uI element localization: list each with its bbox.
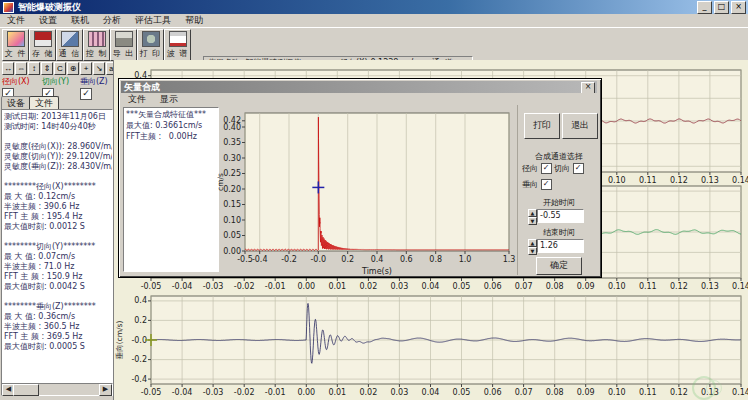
v-compress-icon[interactable]: ⇕ bbox=[41, 62, 53, 75]
spectrum-icon bbox=[169, 31, 187, 47]
svg-text:0.10: 0.10 bbox=[608, 388, 626, 397]
toolbar: 文 件 存 储 通 信 控 制 导 出 打 印 波 谱 仪器名称: 智能爆破测振… bbox=[0, 27, 748, 61]
v-expand-icon[interactable]: ↕ bbox=[28, 62, 40, 75]
dialog-title-bar[interactable]: 矢量合成 × bbox=[121, 81, 597, 93]
svg-text:0.8: 0.8 bbox=[429, 255, 442, 264]
svg-text:0.15: 0.15 bbox=[223, 200, 241, 209]
svg-text:0.01: 0.01 bbox=[328, 388, 346, 397]
svg-text:-0.2: -0.2 bbox=[281, 255, 297, 264]
menu-online[interactable]: 联机 bbox=[64, 14, 96, 27]
svg-text:0.06: 0.06 bbox=[484, 282, 502, 290]
move-icon[interactable]: + bbox=[80, 62, 92, 75]
communication-icon bbox=[61, 31, 79, 47]
svg-text:-0.03: -0.03 bbox=[203, 388, 224, 397]
dialog-menu-display[interactable]: 显示 bbox=[153, 93, 185, 106]
svg-text:1.3: 1.3 bbox=[503, 255, 516, 264]
svg-text:-0.05: -0.05 bbox=[141, 282, 162, 290]
svg-text:-0.5: -0.5 bbox=[237, 255, 253, 264]
dialog-control-panel: 打印 退出 合成通道选择 径向 ✓ 切向 ✓ 垂向 ✓ 开始时间 ▲▼ -0.5… bbox=[517, 105, 600, 275]
close-button[interactable]: × bbox=[731, 1, 746, 14]
svg-text:-0.01: -0.01 bbox=[265, 282, 286, 290]
tab-file[interactable]: 文件 bbox=[29, 96, 59, 110]
maximize-button[interactable]: □ bbox=[714, 1, 729, 14]
end-time-spinner[interactable]: ▲▼ 1.26 bbox=[528, 239, 584, 253]
svg-text:-0.04: -0.04 bbox=[172, 282, 193, 290]
svg-text:0.03: 0.03 bbox=[390, 282, 408, 290]
h-expand-icon[interactable]: ↔ bbox=[2, 62, 14, 75]
svg-text:0.30: 0.30 bbox=[223, 154, 241, 163]
vertical-waveform-chart[interactable]: -0.05-0.04-0.03-0.02-0.010.000.010.020.0… bbox=[114, 290, 748, 400]
svg-text:0.11: 0.11 bbox=[639, 388, 657, 397]
title-bar: 智能爆破测振仪 _ □ × bbox=[0, 0, 748, 14]
svg-text:0.00: 0.00 bbox=[297, 282, 315, 290]
zoom-icon[interactable]: ⊕ bbox=[67, 62, 79, 75]
ok-button[interactable]: 确定 bbox=[536, 257, 582, 275]
svg-text:0.14: 0.14 bbox=[732, 388, 748, 397]
vector-vertical-toggle: 垂向 ✓ bbox=[518, 179, 604, 190]
svg-text:0.12: 0.12 bbox=[670, 282, 688, 290]
export-icon bbox=[115, 31, 133, 47]
svg-text:0.05: 0.05 bbox=[223, 231, 241, 240]
menu-eval-tools[interactable]: 评估工具 bbox=[128, 14, 178, 27]
svg-text:0.20: 0.20 bbox=[223, 185, 241, 194]
save-toolbar-button[interactable]: 存 储 bbox=[29, 29, 56, 61]
svg-text:0.4: 0.4 bbox=[134, 296, 147, 305]
svg-text:0.09: 0.09 bbox=[577, 388, 595, 397]
end-time-value[interactable]: 1.26 bbox=[537, 239, 584, 253]
menu-analysis[interactable]: 分析 bbox=[96, 14, 128, 27]
svg-text:0.4: 0.4 bbox=[371, 255, 384, 264]
menu-help[interactable]: 帮助 bbox=[178, 14, 210, 27]
menu-settings[interactable]: 设置 bbox=[32, 14, 64, 27]
svg-text:-0.02: -0.02 bbox=[234, 388, 255, 397]
svg-text:0.02: 0.02 bbox=[359, 388, 377, 397]
svg-text:0.35: 0.35 bbox=[223, 138, 241, 147]
svg-text:0.2: 0.2 bbox=[134, 316, 147, 325]
vector-feature-values: ***矢量合成特征值*** 最大值: 0.3661cm/s FFT主频 : 0.… bbox=[123, 107, 219, 272]
svg-text:cm/s: cm/s bbox=[216, 173, 225, 191]
control-toolbar-button[interactable]: 控 制 bbox=[83, 29, 110, 61]
start-time-value[interactable]: -0.55 bbox=[537, 209, 584, 223]
exit-button[interactable]: 退出 bbox=[562, 113, 598, 139]
svg-text:0.14: 0.14 bbox=[732, 282, 748, 290]
svg-text:0.03: 0.03 bbox=[390, 388, 408, 397]
dialog-menu-file[interactable]: 文件 bbox=[121, 93, 153, 106]
info-list-hscrollbar[interactable]: ◀ ▶ bbox=[1, 383, 113, 396]
svg-text:0.10: 0.10 bbox=[223, 216, 241, 225]
svg-text:-0.4: -0.4 bbox=[252, 255, 268, 264]
start-time-up-icon[interactable]: ▲ bbox=[528, 209, 537, 217]
vertical-checkbox[interactable]: ✓ bbox=[80, 88, 92, 100]
reset-icon[interactable]: C bbox=[54, 62, 66, 75]
svg-text:0.08: 0.08 bbox=[546, 282, 564, 290]
vector-synthesis-dialog: 矢量合成 × 文件 显示 ***矢量合成特征值*** 最大值: 0.3661cm… bbox=[118, 78, 602, 278]
spectrum-toolbar-button[interactable]: 波 谱 bbox=[164, 29, 191, 61]
svg-text:-0.03: -0.03 bbox=[203, 282, 224, 290]
start-time-down-icon[interactable]: ▼ bbox=[528, 217, 537, 225]
watermark bbox=[690, 374, 724, 398]
end-time-down-icon[interactable]: ▼ bbox=[528, 247, 537, 255]
file-toolbar-button[interactable]: 文 件 bbox=[2, 29, 29, 61]
print-button[interactable]: 打印 bbox=[524, 113, 560, 139]
vector-vertical-checkbox[interactable]: ✓ bbox=[541, 179, 552, 190]
svg-text:垂向(cm/s): 垂向(cm/s) bbox=[115, 321, 124, 361]
export-toolbar-button[interactable]: 导 出 bbox=[110, 29, 137, 61]
scroll-thumb[interactable] bbox=[13, 384, 39, 396]
start-time-label: 开始时间 bbox=[518, 197, 600, 208]
tab-device[interactable]: 设备 bbox=[1, 96, 31, 110]
communication-toolbar-button[interactable]: 通 信 bbox=[56, 29, 83, 61]
h-compress-icon[interactable]: ⇔ bbox=[15, 62, 27, 75]
save-icon bbox=[34, 31, 52, 47]
print-toolbar-button[interactable]: 打 印 bbox=[137, 29, 164, 61]
vector-composite-chart[interactable]: -0.5-0.4-0.2-0.00.20.40.60.81.01.30.420.… bbox=[215, 105, 519, 277]
minimize-button[interactable]: _ bbox=[697, 1, 712, 14]
pan-icon[interactable]: ↘ bbox=[93, 62, 105, 75]
vector-radial-toggle: 径向 ✓ 切向 ✓ bbox=[518, 163, 604, 174]
svg-text:0.02: 0.02 bbox=[359, 282, 377, 290]
vector-tangential-checkbox[interactable]: ✓ bbox=[573, 163, 584, 174]
control-icon bbox=[88, 31, 106, 47]
menu-file[interactable]: 文件 bbox=[0, 14, 32, 27]
start-time-spinner[interactable]: ▲▼ -0.55 bbox=[528, 209, 584, 223]
end-time-up-icon[interactable]: ▲ bbox=[528, 239, 537, 247]
svg-text:-0.4: -0.4 bbox=[131, 375, 147, 384]
vector-radial-checkbox[interactable]: ✓ bbox=[541, 163, 552, 174]
scroll-right-icon[interactable]: ▶ bbox=[99, 384, 112, 396]
